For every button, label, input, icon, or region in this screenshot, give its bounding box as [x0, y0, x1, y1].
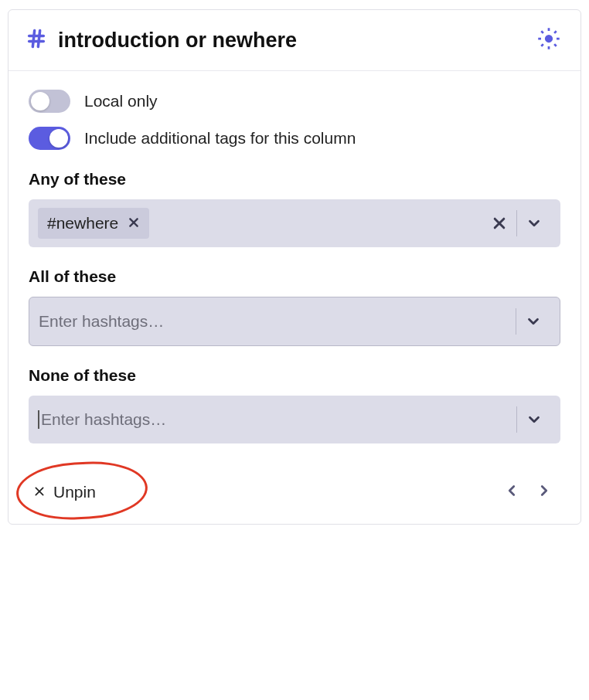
- tag-chip-newhere: #newhere: [38, 208, 149, 239]
- local-only-toggle[interactable]: [29, 90, 70, 113]
- any-tags-input[interactable]: #newhere: [29, 199, 560, 247]
- any-section-label: Any of these: [29, 170, 560, 189]
- chevron-left-icon: [503, 482, 520, 499]
- all-input-controls: [516, 305, 550, 338]
- column-title: introduction or newhere: [58, 29, 534, 53]
- column-settings-panel: Local only Include additional tags for t…: [9, 71, 580, 456]
- unpin-button[interactable]: Unpin: [29, 480, 100, 505]
- unpin-label: Unpin: [53, 483, 96, 501]
- gear-icon: [537, 27, 560, 50]
- none-tags-input[interactable]: Enter hashtags…: [29, 396, 560, 443]
- hashtag-column-settings: introduction or newhere Local only Inclu…: [8, 9, 581, 525]
- all-tags-input[interactable]: Enter hashtags…: [29, 297, 560, 346]
- move-right-button[interactable]: [528, 477, 560, 507]
- chevron-down-icon: [525, 313, 542, 330]
- any-input-controls: [482, 207, 551, 240]
- column-header: introduction or newhere: [9, 10, 580, 71]
- all-placeholder: Enter hashtags…: [39, 312, 164, 331]
- hashtag-icon: [26, 28, 47, 53]
- close-icon: [492, 216, 507, 231]
- none-placeholder: Enter hashtags…: [38, 410, 166, 429]
- close-icon: [128, 216, 140, 229]
- any-dropdown-button[interactable]: [517, 207, 551, 240]
- svg-line-2: [32, 31, 34, 47]
- move-left-button[interactable]: [495, 477, 528, 507]
- settings-button[interactable]: [534, 24, 563, 56]
- clear-any-button[interactable]: [482, 207, 516, 240]
- svg-line-3: [38, 31, 39, 47]
- local-only-label: Local only: [84, 92, 158, 110]
- chevron-right-icon: [536, 482, 553, 499]
- column-footer: Unpin: [9, 456, 580, 524]
- toggle-row-include-additional: Include additional tags for this column: [29, 127, 560, 150]
- all-dropdown-button[interactable]: [516, 305, 550, 338]
- close-icon: [33, 483, 46, 501]
- none-input-controls: [516, 403, 551, 436]
- include-additional-toggle[interactable]: [29, 127, 70, 150]
- svg-point-4: [546, 36, 552, 42]
- none-section-label: None of these: [29, 366, 560, 385]
- all-section-label: All of these: [29, 267, 560, 286]
- none-dropdown-button[interactable]: [517, 403, 551, 436]
- chevron-down-icon: [526, 411, 543, 428]
- remove-tag-button[interactable]: [128, 214, 140, 233]
- tag-chip-text: #newhere: [47, 214, 118, 233]
- include-additional-label: Include additional tags for this column: [84, 129, 356, 148]
- chevron-down-icon: [526, 215, 543, 232]
- toggle-row-local-only: Local only: [29, 90, 560, 113]
